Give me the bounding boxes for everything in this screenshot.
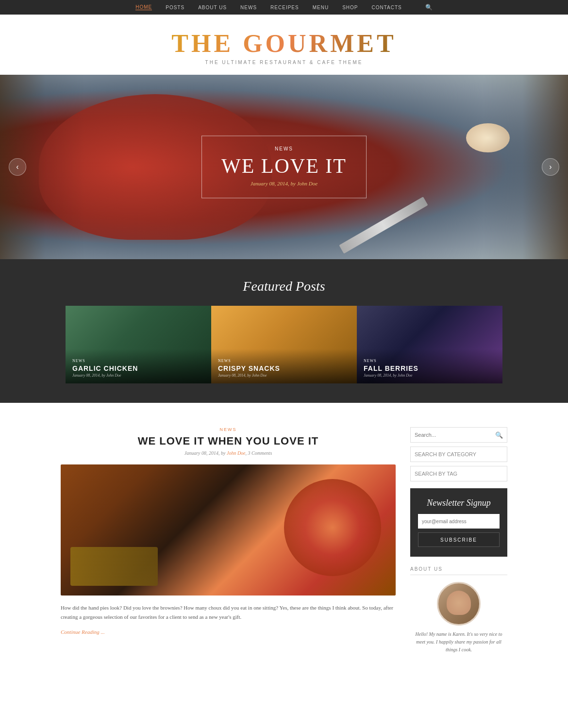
featured-card-1[interactable]: NEWS GARLIC CHICKEN January 08, 2014, by… <box>66 306 211 383</box>
post-comments: 3 Comments <box>248 450 272 456</box>
tag-select[interactable]: SEARCH BY TAG <box>410 466 507 481</box>
featured-card-1-title: GARLIC CHICKEN <box>72 364 204 372</box>
hero-meta-text: January 08, 2014, by John Doe <box>251 181 317 186</box>
main-content: NEWS WE LOVE IT WHEN YOU LOVE IT January… <box>51 403 517 673</box>
post-image <box>61 464 396 596</box>
featured-grid: NEWS GARLIC CHICKEN January 08, 2014, by… <box>66 306 502 383</box>
featured-card-2-category: NEWS <box>218 359 350 363</box>
read-more-link[interactable]: Continue Reading ... <box>61 629 105 635</box>
nav-contacts[interactable]: CONTACTS <box>371 5 401 10</box>
main-posts: NEWS WE LOVE IT WHEN YOU LOVE IT January… <box>61 427 396 654</box>
featured-card-3-category: NEWS <box>364 359 496 363</box>
post-category: NEWS <box>61 427 396 432</box>
hero-meta: January 08, 2014, by John Doe <box>221 181 347 186</box>
featured-card-3[interactable]: NEWS FALL BERRIES January 08, 2014, by J… <box>357 306 502 383</box>
next-slide-button[interactable]: › <box>542 158 559 176</box>
newsletter-title: Newsletter Signup <box>418 498 500 508</box>
featured-card-1-overlay: NEWS GARLIC CHICKEN January 08, 2014, by… <box>66 349 211 383</box>
prev-slide-button[interactable]: ‹ <box>9 158 26 176</box>
post-body: How did the hand pies look? Did you love… <box>61 603 396 621</box>
about-section: ABOUT US Hello! My name is Karen. It's s… <box>410 566 507 654</box>
newsletter-box: Newsletter Signup SUBSCRIBE <box>410 488 507 557</box>
nav-home[interactable]: HOME <box>135 4 152 10</box>
nav-menu[interactable]: MENU <box>313 5 329 10</box>
hero-category: NEWS <box>221 146 347 151</box>
sidebar: 🔍 SEARCH BY CATEGORY SEARCH BY TAG Newsl… <box>410 427 507 654</box>
featured-card-1-category: NEWS <box>72 359 204 363</box>
category-select[interactable]: SEARCH BY CATEGORY <box>410 447 507 462</box>
featured-card-3-meta: January 08, 2014, by John Doe <box>364 373 496 378</box>
post-author-link[interactable]: John Doe <box>227 450 246 456</box>
post-image-board <box>70 547 158 586</box>
site-header: THE GOURMET THE ULTIMATE RESTAURANT & CA… <box>0 15 568 75</box>
featured-card-1-meta: January 08, 2014, by John Doe <box>72 373 204 378</box>
featured-card-3-title: FALL BERRIES <box>364 364 496 372</box>
hero-content: NEWS WE LOVE IT January 08, 2014, by Joh… <box>201 136 367 199</box>
avatar <box>437 582 481 626</box>
post-image-dish <box>284 479 381 576</box>
nav-about[interactable]: ABOUT US <box>198 5 227 10</box>
post-title: WE LOVE IT WHEN YOU LOVE IT <box>61 435 396 447</box>
search-input[interactable] <box>411 432 491 438</box>
site-title: THE GOURMET <box>0 29 568 58</box>
post-meta: January 08, 2014, by John Doe, 3 Comment… <box>61 450 396 456</box>
nav-posts[interactable]: POSTS <box>166 5 184 10</box>
featured-card-2-overlay: NEWS CRISPY SNACKS January 08, 2014, by … <box>211 349 357 383</box>
about-text: Hello! My name is Karen. It's so very ni… <box>410 630 507 654</box>
newsletter-subscribe-button[interactable]: SUBSCRIBE <box>418 532 500 547</box>
newsletter-email-input[interactable] <box>418 514 500 529</box>
avatar-face <box>447 591 471 615</box>
featured-card-2[interactable]: NEWS CRISPY SNACKS January 08, 2014, by … <box>211 306 357 383</box>
about-label: ABOUT US <box>410 566 507 575</box>
nav-receipes[interactable]: RECEIPES <box>270 5 299 10</box>
site-subtitle: THE ULTIMATE RESTAURANT & CAFE THEME <box>0 60 568 65</box>
hero-slider: ‹ NEWS WE LOVE IT January 08, 2014, by J… <box>0 75 568 259</box>
nav-news[interactable]: NEWS <box>240 5 257 10</box>
nav-shop[interactable]: SHOP <box>342 5 358 10</box>
search-icon[interactable]: 🔍 <box>425 4 433 11</box>
featured-card-2-title: CRISPY SNACKS <box>218 364 350 372</box>
search-box: 🔍 <box>410 427 507 443</box>
featured-card-2-meta: January 08, 2014, by John Doe <box>218 373 350 378</box>
post-date: January 08, 2014, by <box>184 450 226 456</box>
search-button[interactable]: 🔍 <box>491 431 507 439</box>
featured-card-3-overlay: NEWS FALL BERRIES January 08, 2014, by J… <box>357 349 502 383</box>
hero-title: WE LOVE IT <box>221 154 347 178</box>
featured-title: Featured Posts <box>0 279 568 294</box>
featured-section: Featured Posts NEWS GARLIC CHICKEN Janua… <box>0 259 568 403</box>
main-nav: HOME POSTS ABOUT US NEWS RECEIPES MENU S… <box>0 0 568 15</box>
